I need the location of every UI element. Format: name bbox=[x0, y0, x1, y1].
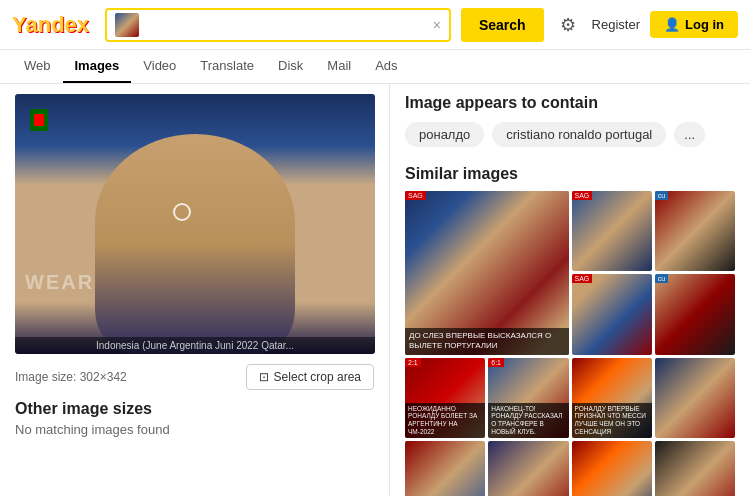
similar-image-5[interactable]: 2:1 НЕОЖИДАННО РОНАЛДУ БОЛЕЕТ ЗА АРГЕНТИ… bbox=[405, 358, 485, 438]
tag-cristiano[interactable]: cristiano ronaldo portugal bbox=[492, 122, 666, 147]
similar-image-9[interactable] bbox=[405, 441, 485, 496]
login-label: Log in bbox=[685, 17, 724, 32]
sim-overlay-6: НАКОНЕЦ-ТО! РОНАЛДУ РАССКАЗАЛ О ТРАНСФЕР… bbox=[488, 403, 568, 438]
user-icon: 👤 bbox=[664, 17, 680, 32]
crop-icon: ⊡ bbox=[259, 370, 269, 384]
right-panel: Image appears to contain роналдо cristia… bbox=[390, 84, 750, 496]
appears-title: Image appears to contain bbox=[405, 94, 735, 112]
image-caption: Indonesia (June Argentina Juni 2022 Qata… bbox=[15, 337, 375, 354]
nav-tabs: Web Images Video Translate Disk Mail Ads bbox=[0, 50, 750, 84]
other-sizes-title: Other image sizes bbox=[15, 400, 374, 418]
search-input[interactable] bbox=[145, 17, 427, 32]
logo: Yandex bbox=[12, 12, 89, 38]
crop-label: Select crop area bbox=[274, 370, 361, 384]
similar-image-2[interactable]: SAG bbox=[572, 274, 652, 354]
search-thumbnail bbox=[115, 13, 139, 37]
other-sizes-section: Other image sizes No matching images fou… bbox=[15, 400, 374, 437]
tab-disk[interactable]: Disk bbox=[266, 50, 315, 83]
search-bar: × bbox=[105, 8, 451, 42]
similar-image-2b[interactable]: cu bbox=[655, 274, 735, 354]
similar-image-8[interactable] bbox=[655, 358, 735, 438]
tab-web[interactable]: Web bbox=[12, 50, 63, 83]
similar-images-grid: SAG ДО СЛЕЗ ВПЕРВЫЕ ВЫСКАЗАЛСЯ О ВЫЛЕТЕ … bbox=[405, 191, 735, 496]
header: Yandex × Search ⚙ Register 👤 Log in bbox=[0, 0, 750, 50]
tag-ronaldo[interactable]: роналдо bbox=[405, 122, 484, 147]
tab-video[interactable]: Video bbox=[131, 50, 188, 83]
left-panel: WEAR Indonesia (June Argentina Juni 2022… bbox=[0, 84, 390, 496]
clear-icon[interactable]: × bbox=[433, 17, 441, 33]
similar-image-3[interactable]: SAG bbox=[572, 191, 652, 271]
tag-more[interactable]: ... bbox=[674, 122, 705, 147]
similar-image-6[interactable]: 6:1 НАКОНЕЦ-ТО! РОНАЛДУ РАССКАЗАЛ О ТРАН… bbox=[488, 358, 568, 438]
tab-ads[interactable]: Ads bbox=[363, 50, 409, 83]
main-image-container: WEAR Indonesia (June Argentina Juni 2022… bbox=[15, 94, 375, 354]
similar-title: Similar images bbox=[405, 165, 735, 183]
similar-image-1[interactable]: SAG ДО СЛЕЗ ВПЕРВЫЕ ВЫСКАЗАЛСЯ О ВЫЛЕТЕ … bbox=[405, 191, 569, 355]
main-image: WEAR bbox=[15, 94, 375, 354]
similar-image-7[interactable]: РОНАЛДУ ВПЕРВЫЕ ПРИЗНАЛ ЧТО МЕССИ ЛУЧШЕ … bbox=[572, 358, 652, 438]
login-button[interactable]: 👤 Log in bbox=[650, 11, 738, 38]
sim-overlay-5: НЕОЖИДАННО РОНАЛДУ БОЛЕЕТ ЗА АРГЕНТИНУ Н… bbox=[405, 403, 485, 438]
similar-image-4[interactable]: cu bbox=[655, 191, 735, 271]
similar-image-11[interactable] bbox=[572, 441, 652, 496]
select-crop-button[interactable]: ⊡ Select crop area bbox=[246, 364, 374, 390]
tab-mail[interactable]: Mail bbox=[315, 50, 363, 83]
sim-overlay-7: РОНАЛДУ ВПЕРВЫЕ ПРИЗНАЛ ЧТО МЕССИ ЛУЧШЕ … bbox=[572, 403, 652, 438]
similar-image-12[interactable] bbox=[655, 441, 735, 496]
tags-container: роналдо cristiano ronaldo portugal ... bbox=[405, 122, 735, 147]
main-content: WEAR Indonesia (June Argentina Juni 2022… bbox=[0, 84, 750, 496]
no-match-text: No matching images found bbox=[15, 422, 374, 437]
crop-bar: Image size: 302×342 ⊡ Select crop area bbox=[15, 364, 374, 390]
sim-overlay-1: ДО СЛЕЗ ВПЕРВЫЕ ВЫСКАЗАЛСЯ О ВЫЛЕТЕ ПОРТ… bbox=[405, 328, 569, 355]
header-right: Register 👤 Log in bbox=[592, 11, 738, 38]
tab-images[interactable]: Images bbox=[63, 50, 132, 83]
search-button[interactable]: Search bbox=[461, 8, 544, 42]
similar-image-10[interactable]: БЕЗ РОНАЛДУ ЛУЧШЕ! bbox=[488, 441, 568, 496]
register-button[interactable]: Register bbox=[592, 17, 640, 32]
tab-translate[interactable]: Translate bbox=[188, 50, 266, 83]
image-size: Image size: 302×342 bbox=[15, 370, 241, 384]
settings-icon[interactable]: ⚙ bbox=[554, 11, 582, 39]
